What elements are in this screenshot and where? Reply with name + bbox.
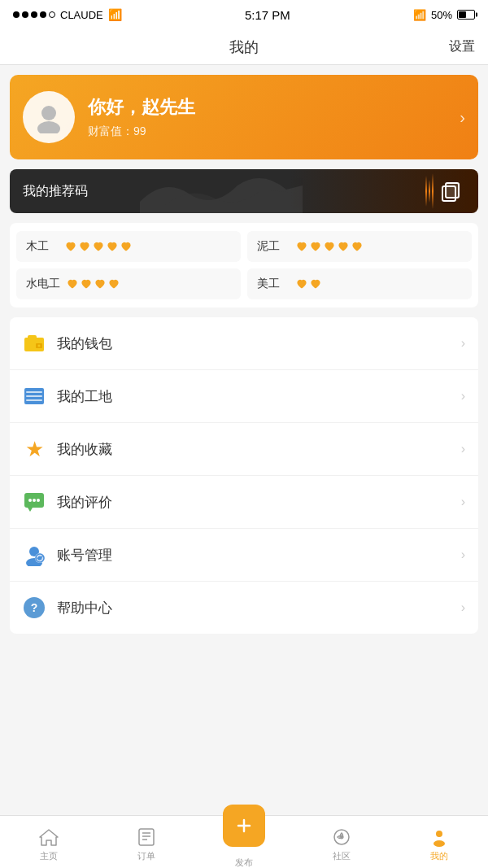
status-left: CLAUDE 📶 [13, 8, 122, 21]
tab-label-community: 社区 [333, 850, 351, 862]
chat-icon [23, 491, 46, 513]
bottom-spacer [0, 634, 488, 699]
profile-left: 你好，赵先生 财富值：99 [23, 91, 195, 143]
menu-item-account-left: 账号管理 [23, 543, 112, 566]
menu-item-wallet[interactable]: 我的钱包 › [10, 317, 478, 370]
skill-item-3[interactable]: 美工 [247, 268, 472, 299]
bluetooth-icon: 📶 [413, 9, 426, 21]
skills-grid: 木工 泥工 水电工 美工 [10, 223, 478, 308]
menu-label-help: 帮助中心 [57, 599, 112, 617]
copy-svg [439, 180, 462, 203]
avatar [23, 91, 75, 143]
menu-label-reviews: 我的评价 [57, 493, 112, 512]
svg-point-15 [37, 499, 40, 502]
tab-item-community[interactable]: 社区 [293, 822, 390, 862]
community-icon [332, 827, 351, 847]
skill-hearts-2 [67, 279, 120, 290]
menu-chevron-favorites: › [461, 442, 465, 456]
profile-info: 你好，赵先生 财富值：99 [88, 95, 195, 139]
referral-banner[interactable]: 我的推荐码 [10, 169, 478, 213]
tab-item-order[interactable]: 订单 [98, 822, 195, 862]
settings-button[interactable]: 设置 [449, 38, 475, 55]
signal-icon [13, 11, 55, 18]
profile-card[interactable]: 你好，赵先生 财富值：99 › [10, 75, 478, 159]
skill-name-1: 泥工 [257, 239, 290, 254]
svg-point-7 [38, 345, 41, 347]
avatar-image [33, 101, 65, 133]
skill-hearts-0 [65, 242, 132, 252]
wifi-icon: 📶 [108, 8, 122, 21]
help-icon: ? [23, 596, 46, 619]
svg-rect-10 [26, 395, 42, 397]
menu-chevron-help: › [461, 600, 465, 615]
publish-button[interactable] [223, 805, 265, 847]
tab-item-publish[interactable]: 发布 [195, 800, 293, 869]
svg-marker-16 [28, 508, 33, 512]
menu-label-construction: 我的工地 [57, 387, 112, 406]
svg-rect-11 [26, 399, 42, 401]
wallet-icon [23, 332, 46, 355]
menu-item-help[interactable]: ? 帮助中心 › [10, 582, 478, 634]
skill-hearts-3 [296, 279, 321, 290]
menu-item-help-left: ? 帮助中心 [23, 596, 112, 619]
copy-icon[interactable] [436, 177, 465, 206]
me-icon [429, 827, 449, 847]
tab-label-publish: 发布 [235, 857, 253, 869]
menu-item-reviews[interactable]: 我的评价 › [10, 476, 478, 529]
skill-name-2: 水电工 [26, 277, 60, 291]
skill-item-1[interactable]: 泥工 [247, 231, 472, 262]
tab-label-home: 主页 [40, 850, 58, 862]
skill-name-3: 美工 [257, 277, 290, 291]
svg-point-31 [436, 831, 442, 837]
home-icon [38, 827, 59, 847]
menu-item-account[interactable]: 账号管理 › [10, 529, 478, 582]
skill-item-0[interactable]: 木工 [16, 231, 241, 262]
skill-name-0: 木工 [26, 239, 59, 254]
menu-chevron-reviews: › [461, 495, 465, 509]
skill-hearts-1 [296, 242, 363, 252]
svg-point-14 [33, 499, 36, 502]
svg-rect-3 [446, 183, 459, 198]
help-circle: ? [24, 597, 45, 618]
menu-chevron-construction: › [461, 389, 465, 403]
tab-label-order: 订单 [137, 850, 155, 862]
construction-icon [23, 385, 46, 408]
svg-point-32 [434, 840, 445, 847]
publish-plus-icon [234, 816, 254, 835]
carrier-label: CLAUDE [60, 9, 103, 21]
nav-header: 我的 设置 [0, 29, 488, 65]
svg-point-1 [37, 121, 60, 133]
order-icon [137, 827, 156, 847]
profile-name: 你好，赵先生 [88, 95, 195, 120]
tab-item-me[interactable]: 我的 [390, 822, 488, 862]
referral-label: 我的推荐码 [23, 183, 88, 200]
status-right: 📶 50% [413, 9, 475, 21]
profile-wealth: 财富值：99 [88, 124, 195, 139]
svg-point-22 [38, 556, 42, 560]
tab-bar: 主页 订单 发布 社区 [0, 815, 488, 868]
status-bar: CLAUDE 📶 5:17 PM 📶 50% [0, 0, 488, 29]
battery-label: 50% [431, 9, 452, 21]
svg-point-0 [41, 106, 56, 120]
tab-item-home[interactable]: 主页 [0, 822, 98, 862]
menu-item-wallet-left: 我的钱包 [23, 332, 112, 355]
menu-item-favorites-left: ★ 我的收藏 [23, 438, 112, 460]
page-title: 我的 [229, 37, 259, 57]
skill-item-2[interactable]: 水电工 [16, 268, 241, 299]
star-icon: ★ [23, 438, 46, 460]
menu-list: 我的钱包 › 我的工地 › ★ 我的收藏 › [10, 317, 478, 634]
svg-rect-9 [26, 391, 42, 393]
star-glyph: ★ [25, 437, 44, 462]
menu-chevron-account: › [461, 547, 465, 562]
menu-item-favorites[interactable]: ★ 我的收藏 › [10, 423, 478, 476]
menu-label-wallet: 我的钱包 [57, 334, 112, 353]
menu-item-construction-left: 我的工地 [23, 385, 112, 408]
referral-decoration [140, 169, 434, 213]
menu-label-account: 账号管理 [57, 546, 112, 565]
menu-chevron-wallet: › [461, 336, 465, 351]
profile-chevron-icon: › [460, 108, 465, 127]
svg-rect-23 [139, 829, 154, 845]
battery-icon [457, 10, 475, 20]
svg-point-13 [28, 499, 32, 502]
menu-item-construction[interactable]: 我的工地 › [10, 370, 478, 423]
